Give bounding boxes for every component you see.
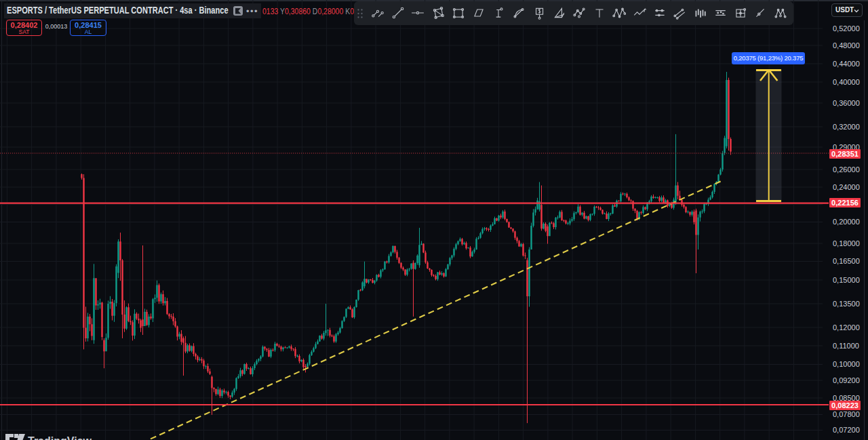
svg-text:TradingView: TradingView — [28, 435, 92, 440]
